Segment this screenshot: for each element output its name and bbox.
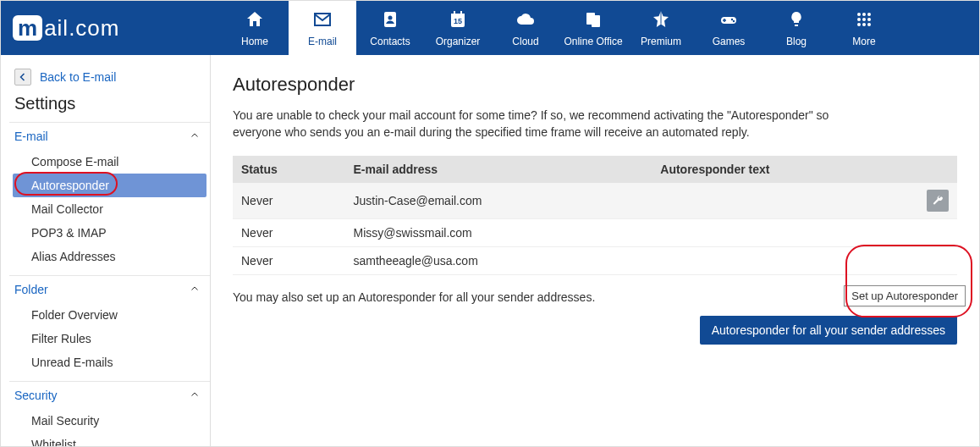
chevron-up-icon — [190, 389, 200, 402]
sidebar-item-mail-collector[interactable]: Mail Collector — [9, 197, 210, 221]
svg-rect-8 — [592, 15, 600, 27]
bulb-icon — [786, 9, 807, 32]
svg-point-17 — [862, 18, 866, 21]
svg-point-16 — [857, 18, 861, 21]
chevron-up-icon — [190, 130, 200, 143]
col-email: E-mail address — [345, 156, 652, 183]
nav-label: Organizer — [436, 36, 481, 47]
sidebar-item-whitelist[interactable]: Whitelist — [9, 433, 210, 447]
sidebar-item-alias-addresses[interactable]: Alias Addresses — [9, 245, 210, 268]
nav-more[interactable]: More — [830, 1, 898, 55]
home-icon — [245, 9, 265, 32]
nav-label: More — [852, 36, 875, 47]
nav-premium[interactable]: Premium — [627, 1, 695, 55]
top-nav: mail.com HomeE-mailContacts15OrganizerCl… — [1, 1, 979, 55]
table-row: Neversamtheeagle@usa.com — [233, 247, 957, 275]
table-row: NeverMissy@swissmail.com — [233, 219, 957, 247]
sidebar-item-autoresponder[interactable]: Autoresponder — [13, 174, 206, 197]
cell-email: Missy@swissmail.com — [345, 219, 652, 247]
svg-point-20 — [862, 23, 866, 26]
svg-point-13 — [857, 13, 861, 16]
cell-status: Never — [233, 247, 345, 275]
cell-text — [652, 219, 918, 247]
section-head-folder[interactable]: Folder — [9, 275, 210, 303]
sidebar-item-mail-security[interactable]: Mail Security — [9, 409, 210, 433]
svg-point-15 — [867, 13, 871, 16]
svg-rect-12 — [795, 25, 798, 26]
cell-status: Never — [233, 183, 345, 219]
brand-rest: ail.com — [44, 15, 119, 41]
cell-status: Never — [233, 219, 345, 247]
cell-email: Justin-Case@email.com — [345, 183, 652, 219]
nav-label: E-mail — [308, 36, 337, 47]
sidebar-item-pop-imap[interactable]: POP3 & IMAP — [9, 221, 210, 245]
svg-point-1 — [388, 15, 393, 19]
brand-logo[interactable]: mail.com — [1, 1, 221, 55]
col-status: Status — [233, 156, 345, 183]
sidebar-item-folder-overview[interactable]: Folder Overview — [9, 303, 210, 327]
annotation-highlight-sidebar — [14, 172, 118, 196]
page-intro: You are unable to check your mail accoun… — [233, 108, 876, 141]
nav-office[interactable]: Online Office — [559, 1, 627, 55]
section-title: Folder — [14, 283, 48, 296]
col-text: Autoresponder text — [652, 156, 918, 183]
nav-organizer[interactable]: 15Organizer — [424, 1, 492, 55]
contact-icon — [380, 9, 400, 32]
svg-point-14 — [862, 13, 866, 16]
svg-point-19 — [857, 23, 861, 26]
nav-blog[interactable]: Blog — [763, 1, 830, 55]
all-addresses-button[interactable]: Autoresponder for all your sender addres… — [700, 316, 957, 345]
cell-text — [652, 247, 918, 275]
nav-label: Contacts — [370, 36, 410, 47]
table-row: NeverJustin-Case@email.com — [233, 183, 957, 219]
nav-label: Online Office — [564, 36, 622, 47]
svg-point-18 — [867, 18, 871, 21]
nav-label: Blog — [786, 36, 807, 47]
settings-title: Settings — [9, 94, 210, 122]
nav-contacts[interactable]: Contacts — [356, 1, 424, 55]
section-head-e-mail[interactable]: E-mail — [9, 122, 210, 150]
nav-label: Home — [241, 36, 268, 47]
svg-point-11 — [733, 19, 735, 21]
nav-home[interactable]: Home — [221, 1, 289, 55]
cloud-icon — [515, 9, 536, 32]
chevron-up-icon — [190, 283, 200, 296]
section-title: Security — [14, 389, 58, 402]
nav-label: Premium — [641, 36, 681, 47]
nav-cloud[interactable]: Cloud — [492, 1, 559, 55]
sidebar-item-compose-e-mail[interactable]: Compose E-mail — [9, 150, 210, 174]
settings-sidebar: Back to E-mail Settings E-mailCompose E-… — [9, 55, 211, 446]
back-button[interactable] — [14, 69, 31, 86]
configure-autoresponder-button[interactable] — [927, 190, 949, 212]
svg-rect-4 — [454, 11, 455, 15]
office-icon — [583, 9, 603, 32]
section-title: E-mail — [14, 130, 48, 143]
gamepad-icon — [718, 9, 739, 32]
section-head-security[interactable]: Security — [9, 381, 210, 409]
cell-text — [652, 183, 918, 219]
calendar-icon: 15 — [448, 9, 468, 32]
grid-icon — [854, 9, 874, 32]
svg-text:15: 15 — [454, 17, 462, 25]
nav-games[interactable]: Games — [695, 1, 763, 55]
page-title: Autoresponder — [233, 74, 957, 96]
brand-badge: m — [13, 15, 42, 41]
main-content: Autoresponder You are unable to check yo… — [211, 55, 979, 446]
setup-autoresponder-tooltip: Set up Autoresponder — [844, 285, 966, 306]
sidebar-item-filter-rules[interactable]: Filter Rules — [9, 327, 210, 350]
back-link[interactable]: Back to E-mail — [40, 70, 116, 84]
cell-email: samtheeagle@usa.com — [345, 247, 652, 275]
autoresponder-table: Status E-mail address Autoresponder text… — [233, 156, 957, 275]
svg-point-21 — [867, 23, 871, 26]
nav-email[interactable]: E-mail — [289, 1, 356, 55]
star-icon — [651, 9, 671, 32]
mail-icon — [312, 9, 333, 32]
nav-label: Cloud — [512, 36, 538, 47]
nav-label: Games — [713, 36, 746, 47]
sidebar-item-unread-e-mails[interactable]: Unread E-mails — [9, 350, 210, 374]
svg-rect-5 — [460, 11, 462, 15]
svg-point-10 — [731, 18, 733, 19]
